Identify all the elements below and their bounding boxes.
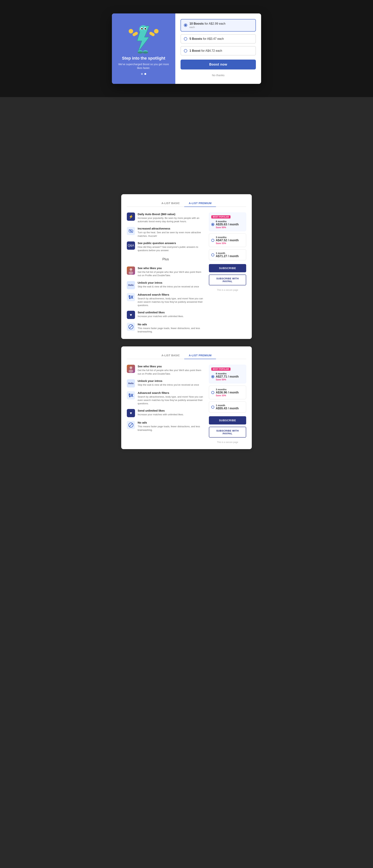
feature-2-text-noads: No ads This means faster page loads, few…: [138, 421, 204, 432]
alist-panel-2: A-LIST BASIC A-LIST PREMIUM: [121, 346, 252, 449]
feature-title-search: Advanced search filters: [138, 293, 204, 296]
feature-2-desc-search: Search by attractiveness, body type, and…: [138, 395, 204, 405]
price-3mo-1[interactable]: 3 months A$47.52 / month Save 33%: [209, 234, 246, 247]
feature-icon-questions: Q&A: [127, 242, 135, 250]
popular-badge-1: MOST POPULAR: [211, 215, 231, 218]
feature-questions: Q&A See public question answers How did …: [127, 242, 204, 252]
subscribe-paypal-button-1[interactable]: SUBSCRIBE WITH PAYPAL: [209, 275, 246, 285]
feature-desc-questions: How did they answer? See everyone's publ…: [138, 245, 204, 252]
radio-6mo-2: [211, 375, 214, 378]
feature-2-icon-unlimited: ♥: [127, 409, 135, 417]
boost-option-10[interactable]: 10 Boosts for A$2.99 each each: [180, 19, 256, 32]
radio-1mo-1: [211, 253, 214, 256]
svg-point-24: [129, 298, 131, 299]
price-6mo-2[interactable]: MOST POPULAR 6 months A$27.71 / month Sa…: [209, 365, 246, 383]
svg-point-6: [141, 28, 143, 30]
feature-2-desc-unlimited: Increase your matches with unlimited lik…: [138, 413, 184, 416]
boost-option-1[interactable]: 1 Boost for A$4.72 each: [180, 46, 256, 56]
svg-rect-2: [149, 31, 155, 37]
feature-2-text-likes: See who likes you Get the full list of p…: [138, 365, 204, 375]
plus-divider-1: Plus: [127, 257, 204, 261]
amount-6mo-2: A$27.71 / month: [216, 375, 239, 378]
feature-icon-attract: [127, 227, 135, 235]
secure-text-2: This is a secure page: [209, 441, 246, 443]
amount-3mo-1: A$47.52 / month: [216, 239, 239, 242]
price-detail-1mo: 1 month A$71.27 / month: [216, 252, 239, 258]
price-row-3mo-2: 3 months A$36.96 / month Save 33%: [211, 388, 244, 397]
main-content: A-LIST BASIC A-LIST PREMIUM ⚡ Daily Auto…: [0, 97, 373, 460]
feature-2-intros: Hello Unlock your intros Skip the wait &…: [127, 379, 204, 388]
amount-1mo-1: A$71.27 / month: [216, 254, 239, 258]
period-6mo-1: 6 months: [216, 220, 239, 223]
feature-2-text-search: Advanced search filters Search by attrac…: [138, 391, 204, 405]
boost-character-illustration: [127, 22, 160, 56]
period-6mo-2: 6 months: [216, 372, 239, 375]
boost-option-10-sub: each: [190, 26, 226, 29]
price-row-6mo-2: 6 months A$27.71 / month Save 50%: [211, 372, 244, 381]
pricing-col-2: MOST POPULAR 6 months A$27.71 / month Sa…: [209, 365, 246, 443]
price-row-6mo: 6 months A$35.63 / month Save 50%: [211, 220, 244, 229]
price-1mo-1[interactable]: 1 month A$71.27 / month: [209, 249, 246, 260]
svg-line-38: [129, 424, 132, 427]
price-detail-1mo-2: 1 month A$55.43 / month: [216, 404, 239, 410]
price-detail-3mo: 3 months A$47.52 / month Save 33%: [216, 236, 239, 245]
feature-title-unlimited: Send unlimited likes: [138, 311, 184, 314]
feature-desc-attract: Turn up the heat. See and be seen by eve…: [138, 231, 204, 238]
amount-3mo-2: A$36.96 / month: [216, 391, 239, 394]
feature-text-search: Advanced search filters Search by attrac…: [138, 293, 204, 307]
boost-option-1-label: 1 Boost: [190, 49, 201, 52]
alist-panel-1: A-LIST BASIC A-LIST PREMIUM ⚡ Daily Auto…: [121, 194, 252, 339]
svg-rect-1: [132, 31, 138, 37]
feature-2-desc-likes: Get the full list of people who like you…: [138, 369, 204, 375]
subscribe-button-2[interactable]: SUBSCRIBE: [209, 416, 246, 425]
price-3mo-2[interactable]: 3 months A$36.96 / month Save 33%: [209, 385, 246, 399]
feature-text-intros: Unlock your intros Skip the wait & view …: [138, 281, 199, 288]
feature-text-unlimited: Send unlimited likes Increase your match…: [138, 311, 184, 318]
no-thanks-button[interactable]: No thanks: [180, 72, 256, 78]
feature-2-icon-noads: [127, 421, 135, 429]
price-1mo-2[interactable]: 1 month A$55.43 / month: [209, 402, 246, 412]
subscribe-paypal-button-2[interactable]: SUBSCRIBE WITH PAYPAL: [209, 427, 246, 438]
feature-icon-unlimited: ♥: [127, 311, 135, 319]
boost-option-5-label: 5 Boosts: [190, 37, 202, 40]
feature-2-text-intros: Unlock your intros Skip the wait & view …: [138, 379, 199, 386]
tab-basic-1[interactable]: A-LIST BASIC: [157, 200, 184, 207]
feature-icon-noads: [127, 323, 135, 331]
price-6mo-1[interactable]: MOST POPULAR 6 months A$35.63 / month Sa…: [209, 213, 246, 231]
feature-desc-search: Search by attractiveness, body type, and…: [138, 297, 204, 307]
feature-text-attract: Increased attractiveness Turn up the hea…: [138, 227, 204, 238]
feature-desc-boost: Increase your popularity. Be seen by mor…: [138, 216, 204, 223]
feature-2-who-likes: See who likes you Get the full list of p…: [127, 365, 204, 375]
svg-point-12: [129, 29, 133, 33]
tab-premium-1[interactable]: A-LIST PREMIUM: [184, 200, 216, 207]
feature-unlimited-likes: ♥ Send unlimited likes Increase your mat…: [127, 311, 204, 319]
feature-intros: Hello Unlock your intros Skip the wait &…: [127, 281, 204, 289]
tab-premium-2[interactable]: A-LIST PREMIUM: [184, 352, 216, 359]
feature-icon-likes: [127, 267, 135, 275]
panel-1-features: ⚡ Daily Auto Boost ($60 value) Increase …: [127, 213, 204, 333]
radio-1boost: [184, 49, 187, 53]
tab-basic-2[interactable]: A-LIST BASIC: [157, 352, 184, 359]
svg-line-27: [129, 325, 132, 328]
panel-1-body: ⚡ Daily Auto Boost ($60 value) Increase …: [127, 213, 246, 333]
boost-modal: Step into the spotlight We've supercharg…: [112, 13, 261, 84]
panel-2-body: See who likes you Get the full list of p…: [127, 365, 246, 443]
feature-2-title-search: Advanced search filters: [138, 391, 204, 395]
price-detail-6mo: 6 months A$35.63 / month Save 50%: [216, 220, 239, 229]
boost-option-1-text: 1 Boost for A$4.72 each: [190, 49, 222, 53]
feature-desc-noads: This means faster page loads, fewer dist…: [138, 327, 204, 333]
secure-text-1: This is a secure page: [209, 289, 246, 291]
boost-option-5[interactable]: 5 Boosts for A$3.47 each: [180, 34, 256, 43]
radio-5boosts: [184, 37, 187, 40]
pricing-col-1: MOST POPULAR 6 months A$35.63 / month Sa…: [209, 213, 246, 333]
boost-dots: [141, 73, 146, 75]
subscribe-button-1[interactable]: SUBSCRIBE: [209, 264, 246, 272]
radio-3mo-2: [211, 391, 214, 394]
feature-2-icon-intros: Hello: [127, 379, 135, 388]
dot-2: [144, 73, 146, 75]
panel-2-features: See who likes you Get the full list of p…: [127, 365, 204, 443]
feature-2-title-unlimited: Send unlimited likes: [138, 409, 184, 412]
boost-now-button[interactable]: Boost now: [180, 60, 256, 69]
boost-option-10-label: 10 Boosts: [190, 22, 204, 25]
radio-10boosts: [184, 24, 187, 27]
